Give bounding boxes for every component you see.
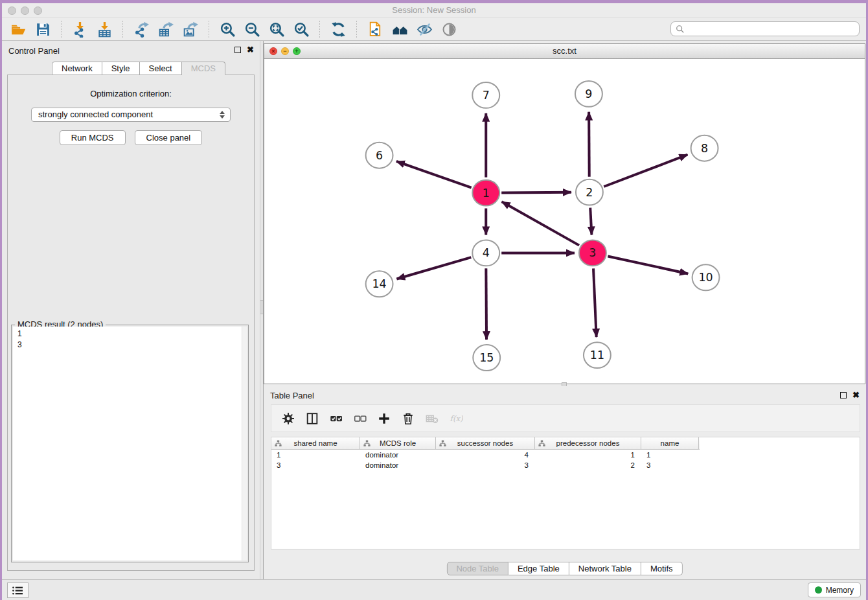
- search-input[interactable]: [688, 24, 854, 34]
- network-maximize-icon[interactable]: +: [293, 47, 301, 55]
- select-all-columns-button[interactable]: [326, 408, 346, 430]
- graph-edge-2-9[interactable]: [589, 112, 589, 177]
- zoom-out-button[interactable]: [240, 19, 264, 40]
- open-session-button[interactable]: [6, 19, 30, 40]
- tab-edge-table[interactable]: Edge Table: [508, 562, 569, 575]
- tab-motifs[interactable]: Motifs: [641, 562, 683, 575]
- graph-edge-3-11[interactable]: [593, 268, 597, 337]
- status-bar: Memory: [2, 579, 866, 600]
- table-row[interactable]: 1dominator411: [271, 450, 860, 460]
- column-header-successor-nodes[interactable]: successor nodes: [436, 437, 535, 449]
- search-box[interactable]: [670, 21, 860, 36]
- mcds-result-area[interactable]: 13: [13, 327, 247, 560]
- select-stepper-icon: [220, 111, 225, 119]
- close-table-panel-icon[interactable]: ✖: [852, 392, 860, 398]
- first-neighbors-button[interactable]: [387, 19, 412, 40]
- memory-label: Memory: [826, 586, 854, 595]
- tab-style[interactable]: Style: [102, 62, 140, 75]
- graph-edge-4-15[interactable]: [486, 268, 486, 340]
- zoom-fit-button[interactable]: [264, 19, 289, 40]
- create-new-column-button[interactable]: [374, 408, 394, 430]
- column-view-mode-button[interactable]: [303, 408, 322, 430]
- cell-mcds-role[interactable]: dominator: [360, 460, 436, 470]
- hide-selected-button[interactable]: [412, 19, 437, 40]
- unselect-all-columns-button[interactable]: [350, 408, 370, 430]
- table-row[interactable]: 3dominator323: [271, 460, 860, 470]
- export-image-button[interactable]: [178, 19, 203, 40]
- network-window-controls: × − +: [269, 47, 301, 55]
- import-network-button[interactable]: [67, 19, 92, 40]
- network-from-file-button[interactable]: [363, 19, 387, 40]
- graph-edge-1-2[interactable]: [501, 192, 571, 193]
- float-table-panel-icon[interactable]: [840, 392, 847, 398]
- tab-node-table[interactable]: Node Table: [446, 562, 508, 575]
- column-view-mode-icon: [305, 411, 319, 426]
- network-canvas[interactable]: 7968124314101511: [264, 59, 865, 384]
- zoom-in-button[interactable]: [215, 19, 240, 40]
- cell-successor-nodes[interactable]: 3: [436, 460, 535, 470]
- cell-shared-name[interactable]: 1: [271, 450, 360, 460]
- graph-edge-2-3[interactable]: [590, 208, 591, 235]
- graph-node-7[interactable]: 7: [472, 82, 499, 108]
- optimization-criterion-select[interactable]: strongly connected component: [31, 108, 231, 122]
- table-settings-gear-button[interactable]: [279, 408, 298, 430]
- graph-edge-3-10[interactable]: [608, 256, 688, 273]
- delete-columns-button[interactable]: [398, 408, 418, 430]
- cell-predecessor-nodes[interactable]: 2: [535, 460, 641, 470]
- graph-node-6[interactable]: 6: [366, 143, 393, 168]
- cell-name[interactable]: 3: [641, 460, 699, 470]
- network-close-icon[interactable]: ×: [269, 47, 277, 55]
- graph-edge-4-14[interactable]: [396, 257, 471, 279]
- graph-edge-3-1[interactable]: [502, 202, 579, 245]
- save-session-button[interactable]: [30, 19, 55, 40]
- cell-mcds-role[interactable]: dominator: [360, 450, 436, 460]
- graph-node-1[interactable]: 1: [472, 180, 499, 206]
- graph-edge-2-8[interactable]: [604, 155, 687, 187]
- graph-node-15[interactable]: 15: [473, 345, 500, 371]
- maximize-window-icon[interactable]: [34, 6, 42, 15]
- close-panel-icon[interactable]: ✖: [247, 47, 254, 53]
- delete-table-button[interactable]: [422, 408, 442, 430]
- graph-node-3[interactable]: 3: [579, 240, 606, 266]
- graph-node-10[interactable]: 10: [692, 264, 720, 290]
- result-scrollbar[interactable]: [242, 327, 247, 560]
- tab-network-table[interactable]: Network Table: [569, 562, 641, 575]
- column-header-name[interactable]: name: [641, 437, 699, 449]
- minimize-window-icon[interactable]: [21, 6, 29, 15]
- graph-node-11[interactable]: 11: [584, 342, 611, 368]
- svg-text:3: 3: [589, 246, 596, 259]
- graph-node-14[interactable]: 14: [366, 271, 393, 297]
- zoom-selected-button[interactable]: [289, 19, 314, 40]
- delete-columns-icon: [401, 411, 415, 426]
- graph-edge-1-6[interactable]: [396, 161, 472, 188]
- close-panel-button[interactable]: Close panel: [135, 130, 203, 145]
- network-from-file-icon: [367, 21, 383, 38]
- refresh-layout-button[interactable]: [326, 19, 350, 40]
- column-header-shared-name[interactable]: shared name: [271, 437, 360, 449]
- function-builder-button[interactable]: f(x): [446, 408, 466, 430]
- graph-node-9[interactable]: 9: [575, 81, 602, 107]
- tab-network[interactable]: Network: [52, 62, 102, 75]
- svg-text:9: 9: [585, 87, 592, 100]
- column-header-mcds-role[interactable]: MCDS role: [360, 437, 436, 449]
- tab-mcds[interactable]: MCDS: [182, 62, 225, 75]
- export-table-button[interactable]: [154, 19, 178, 40]
- run-mcds-button[interactable]: Run MCDS: [60, 130, 126, 145]
- column-header-predecessor-nodes[interactable]: predecessor nodes: [535, 437, 641, 449]
- memory-button[interactable]: Memory: [808, 583, 861, 597]
- graph-node-8[interactable]: 8: [691, 135, 718, 161]
- close-window-icon[interactable]: [8, 6, 16, 15]
- export-network-button[interactable]: [129, 19, 154, 40]
- tab-select[interactable]: Select: [140, 62, 182, 75]
- network-minimize-icon[interactable]: −: [281, 47, 289, 55]
- cell-name[interactable]: 1: [641, 450, 699, 460]
- import-table-button[interactable]: [92, 19, 117, 40]
- cell-successor-nodes[interactable]: 4: [436, 450, 535, 460]
- graph-node-4[interactable]: 4: [472, 240, 499, 266]
- task-history-button[interactable]: [7, 583, 29, 598]
- cell-predecessor-nodes[interactable]: 1: [535, 450, 641, 460]
- graph-node-2[interactable]: 2: [576, 179, 603, 205]
- cell-shared-name[interactable]: 3: [271, 460, 360, 470]
- show-hidden-button[interactable]: [437, 19, 461, 40]
- float-panel-icon[interactable]: [234, 47, 241, 53]
